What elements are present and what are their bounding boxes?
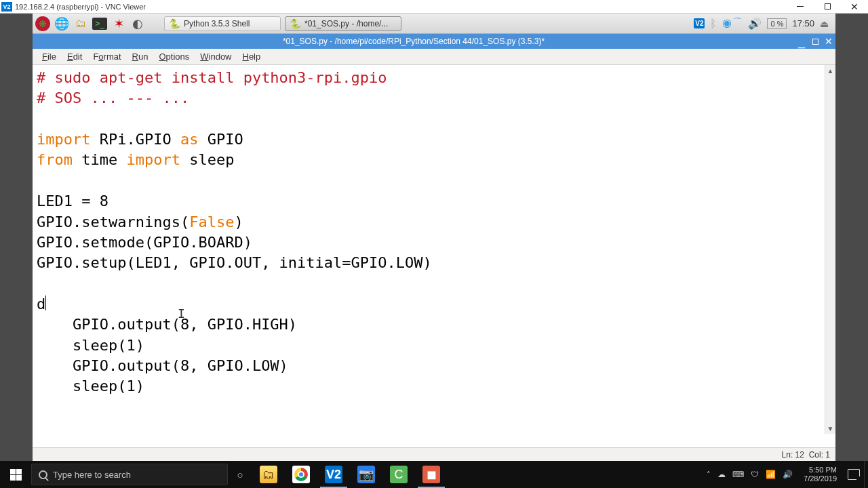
search-placeholder: Type here to search <box>53 470 131 480</box>
scrollbar-up-icon[interactable]: ▲ <box>825 65 835 76</box>
raspberry-menu-icon[interactable]: ❋ <box>35 16 50 31</box>
code-token: GPIO.setwarnings( <box>37 214 189 230</box>
idle-maximize-button[interactable] <box>808 36 822 47</box>
host-close-button[interactable]: ✕ <box>841 0 868 14</box>
vnc-server-tray-icon[interactable]: V2 <box>694 18 705 28</box>
vnc-canvas: ❋ 🌐 🗂 >_ ✶ ◐ 🐍 Python 3.5.3 Shell 🐍 *01_… <box>0 14 868 461</box>
python-icon: 🐍 <box>169 18 180 29</box>
menu-help[interactable]: Help <box>237 50 267 63</box>
menu-edit[interactable]: Edit <box>62 50 87 63</box>
code-line: # sudo apt-get install python3-rpi.gpio <box>37 69 387 86</box>
code-line: GPIO.setup(LED1, GPIO.OUT, initial=GPIO.… <box>37 254 432 271</box>
taskbar-time: 5:50 PM <box>804 466 837 474</box>
vnc-icon: V2 <box>325 466 342 483</box>
idle-editor-window: *01_SOS.py - /home/pi/code/RPi_Python/Se… <box>33 34 835 461</box>
search-icon <box>39 470 47 479</box>
menu-format[interactable]: Format <box>87 50 126 63</box>
menu-file[interactable]: File <box>37 50 62 63</box>
host-window-title: 192.168.2.4 (raspberrypi) - VNC Viewer <box>15 3 787 11</box>
python-icon: 🐍 <box>290 18 301 29</box>
status-line-label: Ln: <box>782 450 793 460</box>
camtasia-icon: C <box>390 466 408 483</box>
idle-menubar: File Edit Format Run Options Window Help <box>33 49 835 65</box>
taskbar-clock[interactable]: 5:50 PM 7/28/2019 <box>800 466 841 483</box>
taskbar-file-explorer[interactable]: 🗂 <box>252 461 285 488</box>
wifi-icon[interactable]: ◉⌒ <box>722 16 743 30</box>
code-token: sleep <box>180 151 234 168</box>
chrome-icon <box>292 466 310 483</box>
eject-icon[interactable]: ⏏ <box>820 18 829 29</box>
show-desktop-button[interactable] <box>864 461 868 488</box>
code-token: as <box>180 131 199 148</box>
code-token: import <box>126 151 180 168</box>
panel-clock[interactable]: 17:50 <box>792 18 814 28</box>
task-label: *01_SOS.py - /home/... <box>304 19 388 28</box>
code-line: # SOS ... --- ... <box>37 89 189 106</box>
tray-volume-icon[interactable]: 🔊 <box>783 470 793 479</box>
taskbar-vnc-viewer[interactable]: V2 <box>317 461 350 488</box>
idle-title-text: *01_SOS.py - /home/pi/code/RPi_Python/Se… <box>33 37 795 46</box>
lxde-panel: ❋ 🌐 🗂 >_ ✶ ◐ 🐍 Python 3.5.3 Shell 🐍 *01_… <box>33 14 835 34</box>
bluetooth-icon[interactable]: ᛒ <box>710 18 717 30</box>
idle-minimize-button[interactable]: _ <box>795 39 808 43</box>
idle-text-area[interactable]: # sudo apt-get install python3-rpi.gpio … <box>33 65 835 447</box>
host-maximize-button[interactable] <box>814 0 841 14</box>
taskbar-chrome[interactable] <box>285 461 317 488</box>
code-token: RPi.GPIO <box>90 131 180 148</box>
code-line: sleep(1) <box>37 378 144 394</box>
file-explorer-icon: 🗂 <box>260 466 277 483</box>
camera-icon: 📷 <box>357 466 375 483</box>
tray-wifi-icon[interactable]: 📶 <box>766 470 776 479</box>
code-token: import <box>37 131 90 148</box>
code-token: ) <box>234 214 243 230</box>
taskbar-task-python-shell[interactable]: 🐍 Python 3.5.3 Shell <box>164 16 281 31</box>
code-token: time <box>73 151 126 168</box>
volume-icon[interactable]: 🔊 <box>748 17 762 30</box>
mouse-ibeam-cursor: I <box>178 306 185 321</box>
host-window-titlebar: V2 192.168.2.4 (raspberrypi) - VNC Viewe… <box>0 0 868 14</box>
tray-defender-icon[interactable]: 🛡 <box>751 470 759 479</box>
file-manager-icon[interactable]: 🗂 <box>73 16 88 31</box>
taskbar-date: 7/28/2019 <box>804 474 837 483</box>
scrollbar-down-icon[interactable]: ▼ <box>825 423 835 434</box>
text-cursor <box>45 296 46 310</box>
status-col-label: Col: <box>809 450 823 460</box>
start-button[interactable] <box>0 461 31 488</box>
terminal-icon[interactable]: >_ <box>92 18 107 30</box>
tray-overflow-icon[interactable]: ˄ <box>707 470 711 479</box>
taskbar-task-editor[interactable]: 🐍 *01_SOS.py - /home/... <box>285 16 401 31</box>
code-line: LED1 = 8 <box>37 192 108 209</box>
cortana-mic-icon[interactable]: ○ <box>228 469 252 481</box>
remote-screen: ❋ 🌐 🗂 >_ ✶ ◐ 🐍 Python 3.5.3 Shell 🐍 *01_… <box>33 14 835 461</box>
task-label: Python 3.5.3 Shell <box>184 19 250 28</box>
code-line: d <box>37 296 45 312</box>
vnc-viewer-icon: V2 <box>1 2 12 12</box>
idle-close-button[interactable]: ✕ <box>822 36 835 47</box>
taskbar-snagit[interactable]: ◼ <box>415 461 448 488</box>
code-token: GPIO <box>198 131 243 148</box>
host-minimize-button[interactable] <box>787 0 814 14</box>
menu-run[interactable]: Run <box>127 50 154 63</box>
cpu-usage-indicator[interactable]: 0 % <box>767 18 787 29</box>
action-center-icon[interactable] <box>848 469 860 480</box>
editor-scrollbar[interactable]: ▲ ▼ <box>825 65 835 434</box>
code-line: sleep(1) <box>37 337 144 354</box>
idle-titlebar[interactable]: *01_SOS.py - /home/pi/code/RPi_Python/Se… <box>33 34 835 49</box>
taskbar-apps: 🗂 V2 📷 C ◼ <box>252 461 448 488</box>
tray-keyboard-icon[interactable]: ⌨ <box>732 470 744 479</box>
wolfram-icon[interactable]: ◐ <box>130 16 145 31</box>
taskbar-search-box[interactable]: Type here to search <box>31 464 228 485</box>
web-browser-icon[interactable]: 🌐 <box>54 16 69 31</box>
menu-options[interactable]: Options <box>153 50 195 63</box>
code-token: False <box>189 214 234 230</box>
mathematica-icon[interactable]: ✶ <box>111 16 126 31</box>
windows-systray: ˄ ☁ ⌨ 🛡 📶 🔊 5:50 PM 7/28/2019 <box>703 466 864 483</box>
code-line: GPIO.setmode(GPIO.BOARD) <box>37 234 252 251</box>
scrollbar-track[interactable] <box>825 76 835 423</box>
menu-window[interactable]: Window <box>195 50 237 63</box>
status-line-value: 12 <box>795 450 804 460</box>
windows-logo-icon <box>10 469 22 481</box>
tray-cloud-icon[interactable]: ☁ <box>717 470 726 479</box>
taskbar-camtasia[interactable]: C <box>382 461 415 488</box>
taskbar-camera[interactable]: 📷 <box>350 461 382 488</box>
